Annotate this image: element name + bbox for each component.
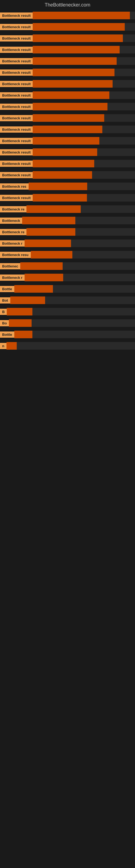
bar-fill (25, 274, 63, 281)
bar-track (7, 308, 135, 315)
bottleneck-bar: Bottleneck re (0, 228, 135, 236)
bottleneck-bar: Bottleneck result (0, 114, 135, 122)
bar-track (33, 171, 135, 179)
bar-row: Bottleneck result (0, 90, 135, 101)
bar-track (27, 205, 135, 213)
bar-track (10, 297, 135, 304)
bar-track (22, 217, 135, 224)
bar-track (25, 240, 135, 247)
bottleneck-bar: Bottleneck result (0, 126, 135, 133)
bottleneck-label: Bottleneck r (0, 240, 25, 247)
bottleneck-label: Bottleneck r (0, 275, 25, 281)
bar-track (25, 274, 135, 281)
bar-row: Bottleneck result (0, 169, 135, 181)
bottleneck-bar: Bottleneck result (0, 23, 135, 31)
bar-fill (14, 285, 53, 293)
bottleneck-bar: Bottleneck result (0, 46, 135, 54)
bottleneck-label: Bottlenec (0, 263, 20, 269)
bottleneck-bar: Bottleneck (0, 217, 135, 224)
bar-row: Bottlenec (0, 261, 135, 272)
bar-track (6, 342, 135, 350)
bottleneck-bar: Bottleneck result (0, 160, 135, 167)
bottleneck-bar: Bottleneck result (0, 69, 135, 76)
bar-track (33, 69, 135, 76)
bar-fill (22, 217, 75, 224)
bar-track (27, 228, 135, 236)
bottleneck-label: Bottleneck result (0, 92, 33, 98)
bar-fill (33, 194, 87, 202)
bottleneck-label: Bottle (0, 286, 14, 292)
bar-row: Bottleneck result (0, 56, 135, 67)
bottleneck-bar: Bottleneck re (0, 205, 135, 213)
bottleneck-label: Bottleneck result (0, 172, 33, 178)
bar-fill (7, 308, 32, 315)
bottleneck-label: Bottleneck (0, 218, 22, 224)
bar-track (33, 57, 135, 65)
bar-row: Bottleneck r (0, 238, 135, 249)
bottleneck-label: Bottleneck result (0, 12, 33, 19)
bottleneck-label: Bottleneck result (0, 24, 33, 30)
bottleneck-label: Bot (0, 297, 10, 304)
bar-row: Bottleneck res (0, 181, 135, 192)
bar-fill (33, 137, 99, 145)
bottleneck-label: Bottleneck result (0, 195, 33, 201)
bottleneck-label: Bottle (0, 332, 14, 338)
bar-track (33, 114, 135, 122)
bottleneck-label: Bottleneck result (0, 115, 33, 121)
bar-track (33, 148, 135, 156)
bar-track (33, 194, 135, 202)
bar-fill (29, 183, 87, 190)
bottleneck-label: Bottleneck result (0, 58, 33, 64)
bar-fill (20, 262, 63, 270)
bottleneck-label: Bottleneck re (0, 229, 27, 235)
bar-track (20, 262, 135, 270)
bar-row: Bottleneck result (0, 44, 135, 56)
bottleneck-label: B (0, 309, 7, 315)
bar-track (14, 285, 135, 293)
bar-row: Bottleneck result (0, 10, 135, 22)
bar-row: Bottleneck result (0, 135, 135, 147)
bottleneck-label: Bottleneck result (0, 81, 33, 87)
bar-row: Bottle (0, 283, 135, 295)
bar-fill (33, 80, 112, 88)
bar-row: Bottle (0, 329, 135, 340)
bar-row: B (0, 306, 135, 318)
bottleneck-bar: Bottleneck r (0, 274, 135, 281)
bottleneck-bar: B (0, 308, 135, 315)
bar-row: Bottleneck result (0, 79, 135, 90)
bar-row: Bottleneck result (0, 101, 135, 113)
bar-row: Bottleneck re (0, 204, 135, 215)
bar-row: Bottleneck (0, 215, 135, 226)
bar-row: Bottleneck result (0, 158, 135, 169)
bottleneck-label: Bottleneck resu (0, 252, 31, 258)
bar-track (33, 160, 135, 167)
bottleneck-bar: Bottlenec (0, 262, 135, 270)
site-title: TheBottlenecker.com (0, 0, 135, 10)
bottleneck-label: Bottleneck result (0, 138, 33, 144)
bar-fill (33, 103, 107, 111)
bar-fill (10, 297, 45, 304)
bottleneck-bar: Bot (0, 297, 135, 304)
bar-track (33, 80, 135, 88)
bottleneck-bar: Bottleneck r (0, 240, 135, 247)
bottleneck-label: Bottleneck result (0, 46, 33, 53)
bar-row: Bottleneck r (0, 272, 135, 283)
bar-track (31, 251, 135, 258)
bar-row: Bottleneck result (0, 124, 135, 135)
bottleneck-bar: Bottleneck result (0, 148, 135, 156)
bottleneck-bar: Bottle (0, 331, 135, 338)
bottleneck-label: Bottleneck result (0, 149, 33, 155)
bar-track (33, 46, 135, 54)
bottleneck-bar: Bottleneck result (0, 12, 135, 19)
bar-track (33, 12, 135, 19)
bar-track (33, 103, 135, 111)
bar-row: Bottleneck result (0, 113, 135, 124)
bottleneck-bar: Bottleneck result (0, 91, 135, 99)
bar-row: Bottleneck result (0, 67, 135, 79)
site-header: TheBottlenecker.com (0, 0, 135, 10)
bar-fill (31, 251, 73, 258)
bar-row: Bottleneck result (0, 22, 135, 33)
bar-row: n (0, 340, 135, 352)
bar-fill (33, 34, 123, 42)
bar-fill (33, 12, 130, 19)
